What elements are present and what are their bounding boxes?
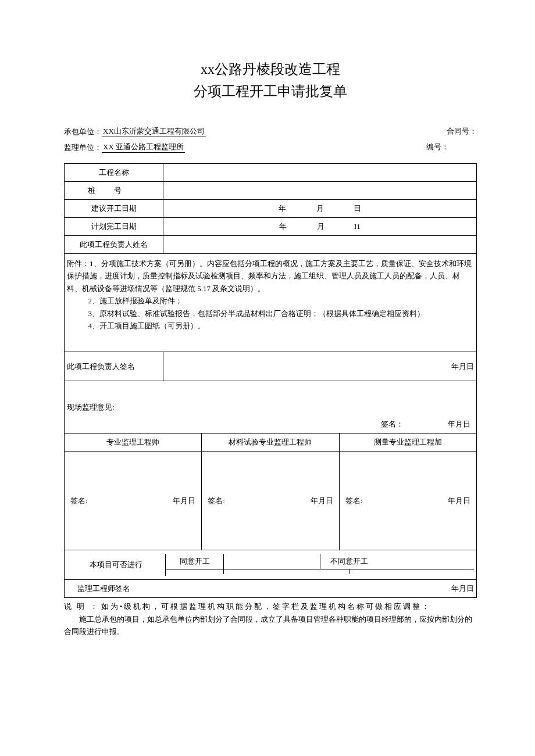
row-manager-name-label: 此项工程负责人姓名 — [65, 235, 163, 253]
unit-year: 年 — [279, 203, 286, 214]
attachment-item-4: 4、开工项目施工图纸（可另册）。 — [67, 320, 474, 332]
row-proposed-start-label: 建议开工日期 — [65, 199, 163, 217]
attachment-item-3: 3、原材料试验、标准试验报告，包括部分半成品材料出厂合格证明；（根据具体工程确定… — [67, 307, 474, 320]
sig-label: 签名: — [208, 496, 225, 506]
unit-month: 月 — [317, 221, 324, 232]
document-title-block: xx公路丹棱段改造工程 分项工程开工申请批复单 — [64, 58, 477, 103]
unit-day: I1 — [354, 222, 361, 231]
serial-no-label: 编号： — [426, 142, 477, 153]
manager-sign-value[interactable]: 年月日 — [163, 352, 477, 381]
meta-block: 承包单位： XX山东沂蒙交通工程有限公司 合同号： 监理单位： XX 亚通公路工… — [64, 126, 477, 153]
approval-blank-b[interactable] — [224, 569, 349, 574]
contract-no-label: 合同号： — [447, 126, 477, 137]
approval-blank-a[interactable] — [166, 569, 224, 574]
ymd-text: 年月日 — [448, 496, 470, 506]
row-proposed-start-value[interactable]: 年 月 日 — [163, 199, 477, 217]
approval-disagree-label: 不同意开工 — [320, 554, 378, 569]
site-opinion-label: 现场监理意见: — [67, 402, 474, 413]
explanation-block: 说 明 ： 如为•级机构，可根据监理机构职能分配，签字栏及监理机构名称可做相应调… — [64, 600, 477, 637]
sig-label: 签名: — [345, 496, 363, 506]
three-engineer-table: 专业监理工程师 材料试验专业监理工程师 测量专业监理工程加 签名: 年月日 签名… — [64, 433, 477, 550]
row-project-name-label: 工程名称 — [65, 163, 163, 181]
approval-agree-label: 同意开工 — [166, 554, 224, 569]
explain-label: 说 明 ： — [64, 602, 99, 611]
approval-agree-box[interactable] — [224, 554, 320, 569]
unit-year: 年 — [279, 221, 287, 232]
row-planned-finish-label: 计划完工日期 — [65, 217, 163, 235]
sign-label: 签名： — [381, 420, 404, 428]
unit-day: 日 — [354, 203, 361, 214]
row-pile-no-label: 桩号 — [65, 181, 163, 199]
contractor-label: 承包单位： — [64, 127, 102, 137]
approval-table: 本项目可否进行 同意开工 不同意开工 — [64, 550, 477, 598]
col-header-1: 专业监理工程师 — [65, 433, 202, 452]
title-line-1: xx公路丹棱段改造工程 — [64, 58, 477, 80]
explain-line-2: 施工总承包的项目，如总承包单位内部划分了合同段，成立了具备项目管理各种职能的项目… — [64, 613, 477, 638]
explain-line-1: 如为•级机构，可根据监理机构职能分配，签字栏及监理机构名称可做相应调整： — [101, 602, 431, 611]
engineer-sign-cell-3[interactable]: 签名: 年月日 — [339, 452, 476, 550]
engineer-sign-cell-2[interactable]: 签名: 年月日 — [202, 452, 339, 550]
site-opinion-cell[interactable]: 现场监理意见: 签名： 年月日 — [65, 381, 477, 433]
unit-month: 月 — [316, 203, 324, 214]
row-manager-name-value[interactable] — [163, 235, 477, 253]
ymd-text: 年月日 — [311, 496, 333, 506]
ymd-text: 年月日 — [448, 420, 470, 428]
col-header-3: 测量专业监理工程加 — [339, 433, 476, 452]
supervisor-engineer-sign-label: 监理工程师签名 — [67, 583, 130, 594]
form-table: 工程名称 桩号 建议开工日期 年 月 日 计划完工日期 年 月 I1 此项工程负… — [64, 163, 477, 434]
row-planned-finish-value[interactable]: 年 月 I1 — [163, 217, 477, 235]
row-project-name-value[interactable] — [163, 163, 477, 181]
ymd-text: 年月日 — [451, 362, 474, 371]
approval-blank-c[interactable] — [349, 569, 475, 574]
attachment-item-2: 2、施工放样报验单及附件； — [67, 295, 474, 307]
title-line-2: 分项工程开工申请批复单 — [64, 80, 477, 102]
approval-disagree-box[interactable] — [378, 554, 474, 569]
col-header-2: 材料试验专业监理工程师 — [202, 433, 339, 452]
supervisor-label: 监理单位： — [64, 142, 102, 153]
approval-can-proceed-label: 本项目可否进行 — [67, 554, 166, 576]
attachments-cell: 附件：1、分项施工技术方案（可另册）。内容应包括分项工程的概况，施工方案及主要工… — [65, 253, 477, 352]
row-pile-no-value[interactable] — [163, 181, 477, 199]
ymd-text: 年月日 — [173, 496, 195, 506]
attachment-item-1: 附件：1、分项施工技术方案（可另册）。内容应包括分项工程的概况，施工方案及主要工… — [67, 257, 474, 295]
sig-label: 签名: — [70, 496, 88, 506]
contractor-value: XX山东沂蒙交通工程有限公司 — [102, 126, 206, 137]
ymd-text: 年月日 — [451, 583, 474, 594]
supervisor-value: XX 亚通公路工程监理所 — [102, 142, 185, 153]
engineer-sign-cell-1[interactable]: 签名: 年月日 — [65, 452, 202, 550]
manager-sign-label: 此项工程负责人签名 — [65, 352, 163, 381]
